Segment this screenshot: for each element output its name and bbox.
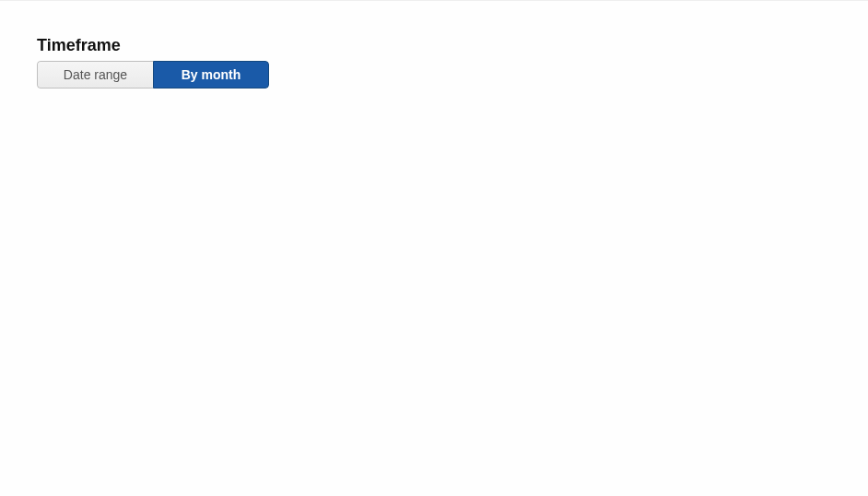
timeframe-option-by-month[interactable]: By month: [153, 61, 269, 89]
timeframe-title: Timeframe: [37, 36, 868, 55]
timeframe-segmented-control: Date range By month: [37, 61, 269, 89]
timeframe-option-date-range[interactable]: Date range: [37, 61, 153, 89]
